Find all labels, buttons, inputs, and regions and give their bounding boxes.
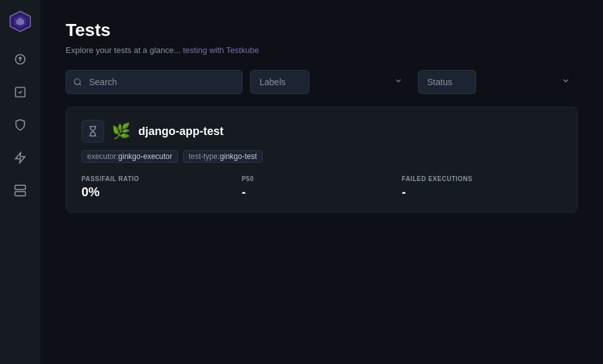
tag-executor: executor:ginkgo-executor [81,150,178,163]
test-name: django-app-test [138,125,224,138]
svg-rect-4 [15,185,26,190]
labels-filter[interactable]: Labels [250,70,309,94]
sidebar-item-storage[interactable] [11,182,29,199]
page-subtitle: Explore your tests at a glance... testin… [66,45,578,55]
search-icon [73,78,82,86]
status-chevron-icon [561,76,570,88]
status-filter[interactable]: Status [418,70,476,94]
status-filter-wrapper: Status [418,70,578,94]
page-title: Tests [66,20,578,40]
sidebar-item-lightning[interactable] [11,149,29,167]
sidebar-item-tests[interactable] [11,83,29,101]
test-card-header: 🌿 django-app-test [81,120,562,143]
search-input[interactable] [66,70,242,94]
svg-line-9 [80,84,81,86]
test-card[interactable]: 🌿 django-app-test executor:ginkgo-execut… [66,107,578,213]
search-wrapper [66,70,242,94]
labels-chevron-icon [394,76,403,88]
tag-test-type: test-type:ginkgo-test [183,150,263,163]
labels-filter-wrapper: Labels [250,70,410,94]
stat-failed-executions: FAILED EXECUTIONS - [402,175,562,199]
filters-row: Labels Status [66,70,578,94]
stat-pass-fail: PASS/FAIL RATIO 0% [81,175,242,199]
main-content: Tests Explore your tests at a glance... … [40,0,603,364]
test-app-icon: 🌿 [112,124,131,139]
sidebar-item-home[interactable] [11,50,29,68]
svg-point-8 [75,79,80,85]
sidebar [0,0,40,364]
logo[interactable] [9,10,32,35]
svg-rect-5 [15,192,26,196]
test-stats: PASS/FAIL RATIO 0% P50 - FAILED EXECUTIO… [81,175,562,199]
test-tags: executor:ginkgo-executor test-type:ginkg… [81,150,562,163]
stat-p50: P50 - [242,175,402,199]
learn-more-link[interactable]: testing with Testkube [183,45,259,55]
test-status-icon [81,120,104,143]
sidebar-item-shield[interactable] [11,116,29,134]
